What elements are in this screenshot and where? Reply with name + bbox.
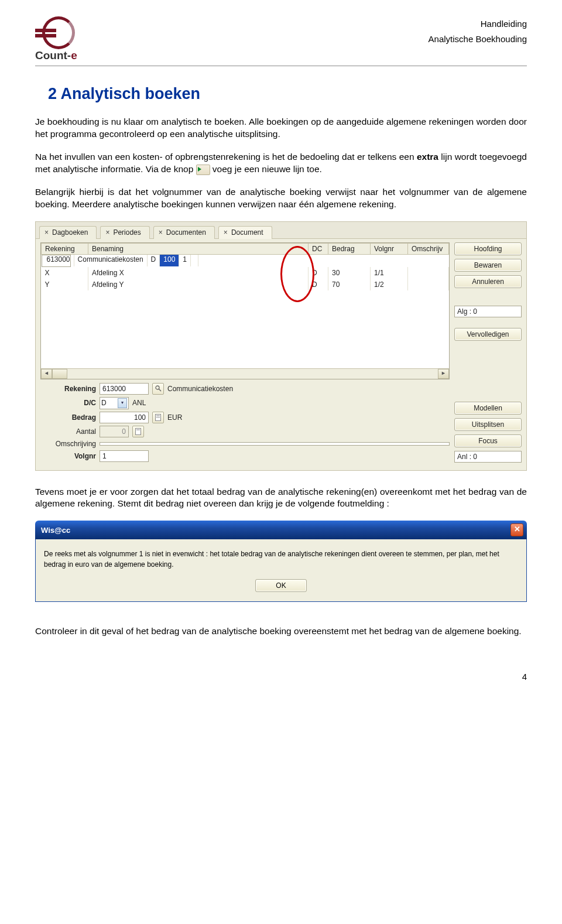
cell-omschrijving[interactable]	[408, 267, 449, 279]
cell-dc[interactable]: D	[148, 255, 160, 266]
aantal-input[interactable]: 0	[100, 426, 129, 437]
tab-label: Dagboeken	[52, 228, 88, 237]
vervolledigen-button[interactable]: Vervolledigen	[454, 328, 522, 341]
logo-text: Count-e	[35, 49, 77, 62]
booking-grid[interactable]: Rekening Benaming DC Bedrag Volgnr Omsch…	[40, 242, 450, 379]
cell-volgnr[interactable]: 1	[179, 255, 191, 266]
bedrag-label: Bedrag	[40, 413, 96, 422]
detail-form: Rekening 613000 Communicatiekosten D/C D…	[40, 383, 450, 464]
dialog-titlebar: Wis@cc ✕	[35, 521, 527, 539]
add-line-icon	[196, 165, 210, 175]
col-omschrijving[interactable]: Omschrijv	[408, 243, 449, 254]
close-icon[interactable]: ×	[105, 228, 109, 237]
chevron-down-icon[interactable]: ▾	[118, 398, 127, 408]
anl-field[interactable]: Anl : 0	[454, 451, 522, 463]
bedrag-input[interactable]: 100	[100, 412, 149, 423]
col-dc[interactable]: DC	[309, 243, 328, 254]
header-line1: Handleiding	[429, 16, 527, 32]
cell-benaming[interactable]: Afdeling Y	[88, 279, 309, 290]
dialog-close-button[interactable]: ✕	[510, 523, 523, 536]
volgnr-input[interactable]: 1	[100, 450, 149, 462]
rekening-desc: Communicatiekosten	[167, 385, 233, 393]
rekening-label: Rekening	[40, 385, 96, 393]
close-icon[interactable]: ×	[159, 228, 163, 237]
cell-dc[interactable]: D	[309, 267, 328, 279]
alg-field[interactable]: Alg : 0	[454, 306, 522, 317]
ok-button[interactable]: OK	[255, 579, 307, 592]
paragraph-1: Je boekhouding is nu klaar om analytisch…	[35, 116, 527, 141]
horizontal-scrollbar[interactable]: ◄ ►	[41, 368, 449, 379]
svg-rect-6	[159, 417, 160, 418]
col-benaming[interactable]: Benaming	[88, 243, 309, 254]
scroll-thumb[interactable]	[52, 369, 67, 379]
euro-ring-icon	[42, 16, 75, 49]
dc-label: D/C	[40, 399, 96, 407]
svg-rect-3	[156, 415, 160, 416]
omschrijving-input[interactable]	[100, 442, 450, 446]
cell-rekening[interactable]: X	[42, 267, 88, 279]
error-dialog: Wis@cc ✕ De reeks met als volgnummer 1 i…	[35, 521, 527, 602]
page-number: 4	[35, 648, 527, 682]
cell-volgnr[interactable]: 1/2	[371, 279, 408, 290]
paragraph-3: Belangrijk hierbij is dat het volgnummer…	[35, 186, 527, 211]
cell-omschrijving[interactable]	[408, 279, 449, 290]
cell-bedrag[interactable]: 70	[328, 279, 371, 290]
close-icon[interactable]: ×	[224, 228, 228, 237]
svg-rect-8	[136, 429, 140, 430]
scroll-left-icon[interactable]: ◄	[41, 369, 52, 379]
col-volgnr[interactable]: Volgnr	[371, 243, 408, 254]
header-right: Handleiding Analytische Boekhouding	[429, 16, 527, 46]
logo-text-main: Count-	[35, 49, 71, 61]
para2-bold: extra	[417, 152, 438, 162]
cell-bedrag[interactable]: 100	[160, 255, 179, 266]
paragraph-2: Na het invullen van een kosten- of opbre…	[35, 151, 527, 176]
tab-dagboeken[interactable]: ×Dagboeken	[39, 226, 97, 239]
grid-row[interactable]: 613000 Communicatiekosten D 100 1	[42, 255, 71, 267]
cell-benaming[interactable]: Communicatiekosten	[74, 255, 148, 266]
tab-label: Document	[231, 228, 263, 237]
annuleren-button[interactable]: Annuleren	[454, 275, 522, 288]
tab-documenten[interactable]: ×Documenten	[153, 226, 215, 239]
calculator-icon[interactable]	[132, 426, 144, 437]
bewaren-button[interactable]: Bewaren	[454, 259, 522, 272]
search-icon[interactable]	[152, 383, 164, 395]
dc-value: D	[101, 399, 107, 407]
svg-rect-5	[157, 417, 159, 418]
cell-bedrag[interactable]: 30	[328, 267, 371, 279]
col-bedrag[interactable]: Bedrag	[328, 243, 371, 254]
rekening-input[interactable]: 613000	[100, 383, 149, 395]
cell-rekening[interactable]: Y	[42, 279, 88, 290]
svg-line-1	[159, 389, 161, 391]
col-rekening[interactable]: Rekening	[42, 243, 88, 254]
section-title: 2 Analytisch boeken	[35, 85, 527, 103]
hoofding-button[interactable]: Hoofding	[454, 242, 522, 255]
uitsplitsen-button[interactable]: Uitsplitsen	[454, 418, 522, 431]
dialog-message: De reeks met als volgnummer 1 is niet in…	[44, 549, 518, 570]
logo-text-e: e	[71, 49, 77, 61]
close-icon[interactable]: ×	[44, 228, 49, 237]
side-button-column-bottom: Modellen Uitsplitsen Focus Anl : 0	[454, 383, 522, 464]
side-button-column-top: Hoofding Bewaren Annuleren Alg : 0 Vervo…	[454, 242, 522, 379]
cell-volgnr[interactable]: 1/1	[371, 267, 408, 279]
cell-benaming[interactable]: Afdeling X	[88, 267, 309, 279]
cell-rekening[interactable]: 613000	[43, 255, 74, 266]
focus-button[interactable]: Focus	[454, 434, 522, 447]
tab-periodes[interactable]: ×Periodes	[100, 226, 149, 239]
grid-header-row: Rekening Benaming DC Bedrag Volgnr Omsch…	[42, 243, 449, 254]
page-header: Count-e Handleiding Analytische Boekhoud…	[35, 16, 527, 66]
dc-select[interactable]: D▾	[100, 397, 129, 409]
cell-omschrijving[interactable]	[191, 255, 198, 266]
calculator-icon[interactable]	[152, 412, 164, 423]
grid-row[interactable]: X Afdeling X D 30 1/1	[42, 267, 449, 279]
cell-dc[interactable]: D	[309, 279, 328, 290]
scroll-right-icon[interactable]: ►	[438, 369, 449, 379]
tab-document[interactable]: ×Document	[218, 226, 272, 239]
omschrijving-label: Omschrijving	[40, 440, 96, 448]
anl-label: ANL	[132, 399, 146, 407]
modellen-button[interactable]: Modellen	[454, 402, 522, 415]
paragraph-5: Controleer in dit geval of het bedrag va…	[35, 625, 527, 638]
bedrag-unit: EUR	[167, 413, 182, 422]
para2-a: Na het invullen van een kosten- of opbre…	[35, 152, 417, 162]
grid-row[interactable]: Y Afdeling Y D 70 1/2	[42, 279, 449, 290]
logo: Count-e	[35, 16, 88, 62]
